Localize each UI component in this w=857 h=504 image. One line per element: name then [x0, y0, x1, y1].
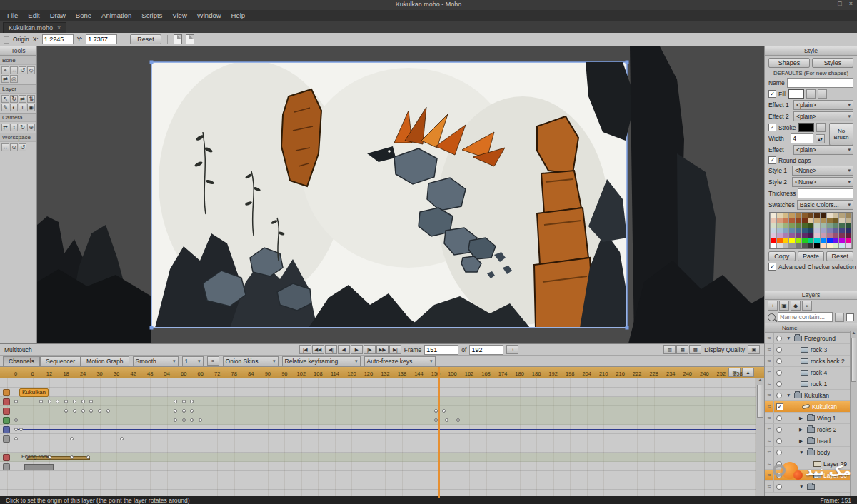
draw-tool-icon[interactable]: ✎: [1, 104, 9, 111]
palette-swatch[interactable]: [827, 228, 833, 233]
keyframe-dot[interactable]: [434, 409, 438, 413]
palette-swatch[interactable]: [808, 238, 814, 243]
palette-swatch[interactable]: [789, 228, 795, 233]
keyframe-dot[interactable]: [14, 437, 18, 440]
swatches-dropdown[interactable]: Basic Colors...: [797, 200, 853, 210]
paste-style-button[interactable]: Paste: [798, 251, 825, 261]
timeline-tracks[interactable]: KukulkanFlying rock: [0, 378, 764, 498]
palette-swatch[interactable]: [796, 218, 801, 223]
channel-icon[interactable]: [3, 398, 10, 405]
palette-swatch[interactable]: [796, 238, 801, 243]
palette-swatch[interactable]: [827, 218, 833, 223]
palette-swatch[interactable]: [827, 223, 833, 228]
layer-visibility-dot[interactable]: [776, 381, 782, 387]
palette-swatch[interactable]: [808, 233, 814, 238]
onion-skins-dropdown[interactable]: Onion Skins: [223, 356, 279, 366]
jump-start-button[interactable]: |◀: [299, 345, 311, 354]
add-group-button[interactable]: ▣: [779, 301, 789, 311]
palette-swatch[interactable]: [839, 238, 845, 243]
menu-edit[interactable]: Edit: [24, 11, 44, 20]
palette-swatch[interactable]: [839, 228, 845, 233]
palette-swatch[interactable]: [814, 243, 820, 248]
layer-visibility-dot[interactable]: [776, 370, 782, 376]
palette-swatch[interactable]: [821, 238, 826, 243]
copy-frame-icon[interactable]: [174, 34, 182, 44]
advanced-label[interactable]: Advanced: [778, 263, 806, 271]
effect1-dropdown[interactable]: <plain>: [793, 100, 853, 110]
quality-high-icon[interactable]: ▩: [689, 345, 701, 354]
timeline-track[interactable]: [0, 434, 764, 443]
stroke-effect-dropdown[interactable]: <plain>: [793, 145, 853, 155]
round-caps-checkbox[interactable]: [768, 156, 776, 164]
palette-swatch[interactable]: [839, 223, 845, 228]
channel-icon[interactable]: [3, 389, 10, 396]
palette-swatch[interactable]: [796, 228, 801, 233]
palette-swatch[interactable]: [821, 243, 826, 248]
palette-swatch[interactable]: [814, 228, 820, 233]
layer-row[interactable]: ≈rock 4: [765, 367, 857, 378]
palette-swatch[interactable]: [777, 223, 783, 228]
next-keyframe-button[interactable]: ▶▶: [376, 345, 389, 354]
search-option-checkbox[interactable]: [846, 313, 854, 321]
keyframe-dot[interactable]: [174, 400, 177, 403]
timeline-track[interactable]: [0, 462, 764, 471]
thickness-input[interactable]: [798, 188, 853, 198]
depth-dropdown[interactable]: 1: [182, 356, 204, 366]
palette-swatch[interactable]: [827, 243, 833, 248]
palette-swatch[interactable]: [808, 223, 814, 228]
palette-swatch[interactable]: [808, 218, 814, 223]
keyframe-dot[interactable]: [120, 437, 124, 440]
keyframe-dot[interactable]: [174, 409, 177, 413]
style-name-input[interactable]: [787, 78, 853, 88]
keyframe-dot[interactable]: [182, 409, 186, 413]
palette-swatch[interactable]: [777, 238, 783, 243]
keyframe-dot[interactable]: [190, 409, 194, 413]
menu-scripts[interactable]: Scripts: [137, 11, 166, 20]
fill-tool-icon[interactable]: ◐: [10, 104, 18, 111]
palette-swatch[interactable]: [821, 223, 826, 228]
translate-bone-tool-icon[interactable]: ↔: [10, 66, 18, 74]
palette-swatch[interactable]: [802, 233, 808, 238]
keyframe-dot[interactable]: [442, 409, 446, 413]
menu-bone[interactable]: Bone: [71, 11, 96, 20]
palette-swatch[interactable]: [814, 213, 820, 218]
pan-workspace-tool-icon[interactable]: ↔: [1, 143, 9, 151]
timeline-track[interactable]: Kukulkan: [0, 388, 764, 397]
keyframe-dot[interactable]: [456, 418, 460, 422]
styles-button[interactable]: Styles: [812, 58, 853, 68]
expand-triangle-icon[interactable]: ▼: [786, 336, 792, 341]
keyframe-dot[interactable]: [199, 418, 202, 422]
checker-selection-label[interactable]: Checker selection: [808, 263, 856, 271]
palette-swatch[interactable]: [789, 243, 795, 248]
keyframe-dot[interactable]: [182, 400, 186, 403]
fill-color-swatch[interactable]: [788, 89, 804, 99]
palette-swatch[interactable]: [827, 233, 833, 238]
palette-swatch[interactable]: [808, 243, 814, 248]
channel-icon[interactable]: [3, 454, 10, 461]
no-brush-button[interactable]: No Brush: [829, 123, 853, 146]
palette-swatch[interactable]: [789, 238, 795, 243]
palette-swatch[interactable]: [839, 218, 845, 223]
fill-option-icon[interactable]: [806, 89, 816, 99]
menu-window[interactable]: Window: [193, 11, 226, 20]
stroke-color-swatch[interactable]: [798, 123, 814, 132]
palette-swatch[interactable]: [796, 213, 801, 218]
minimize-button[interactable]: —: [824, 0, 831, 7]
channel-icon[interactable]: [3, 435, 10, 443]
palette-swatch[interactable]: [783, 238, 789, 243]
palette-swatch[interactable]: [783, 243, 789, 248]
palette-swatch[interactable]: [814, 218, 820, 223]
palette-swatch[interactable]: [802, 218, 808, 223]
palette-swatch[interactable]: [827, 213, 833, 218]
layer-visibility-dot[interactable]: [776, 393, 782, 398]
effect2-dropdown[interactable]: <plain>: [793, 111, 853, 121]
layer-row[interactable]: ≈Kukulkan: [765, 401, 857, 413]
copy-style-button[interactable]: Copy: [768, 251, 796, 261]
timeline-ruler[interactable]: ▤▲ 0612182430364248546066727884909610210…: [0, 367, 764, 378]
keyframe-dot[interactable]: [48, 400, 51, 403]
current-frame-input[interactable]: [424, 345, 458, 355]
palette-swatch[interactable]: [777, 228, 783, 233]
palette-swatch[interactable]: [839, 243, 845, 248]
keyframe-dot[interactable]: [14, 400, 18, 403]
zoom-camera-tool-icon[interactable]: ⊕: [27, 124, 35, 131]
